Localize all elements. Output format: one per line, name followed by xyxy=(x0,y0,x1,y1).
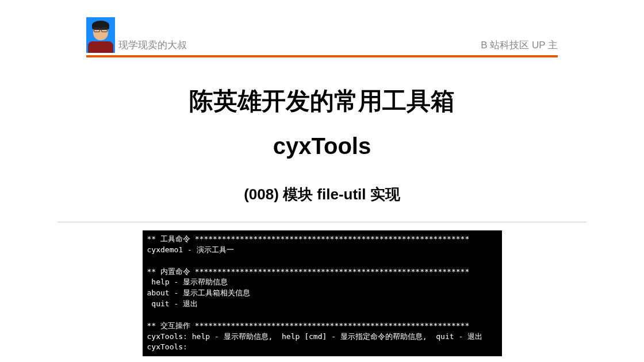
title-english: cyxTools xyxy=(0,133,644,159)
terminal-builtin-about: about - 显示工具箱相关信息 xyxy=(147,288,251,297)
avatar xyxy=(86,17,115,53)
slide-main: 陈英雄开发的常用工具箱 cyxTools (008) 模块 file-util … xyxy=(0,57,644,205)
terminal-prompt: cyxTools: xyxy=(147,342,187,351)
terminal-builtin-quit: quit - 退出 xyxy=(147,299,198,308)
slide-header: 现学现卖的大叔 B 站科技区 UP 主 xyxy=(0,0,644,57)
tagline: B 站科技区 UP 主 xyxy=(481,38,558,53)
author-block: 现学现卖的大叔 xyxy=(86,17,187,53)
subtitle: (008) 模块 file-util 实现 xyxy=(0,184,644,205)
terminal-section-builtin: ** 内置命令 ********************************… xyxy=(147,267,470,276)
terminal-tool-line: cyxdemo1 - 演示工具一 xyxy=(147,245,234,254)
author-name: 现学现卖的大叔 xyxy=(118,38,187,53)
terminal-section-tools: ** 工具命令 ********************************… xyxy=(147,234,470,243)
header-row: 现学现卖的大叔 B 站科技区 UP 主 xyxy=(86,17,558,57)
terminal-interact-line: cyxTools: help - 显示帮助信息, help [cmd] - 显示… xyxy=(147,332,483,341)
title-chinese: 陈英雄开发的常用工具箱 xyxy=(0,85,644,117)
terminal-section-interact: ** 交互操作 ********************************… xyxy=(147,321,470,330)
terminal-screenshot: ** 工具命令 ********************************… xyxy=(143,230,502,356)
terminal-builtin-help: help - 显示帮助信息 xyxy=(147,278,228,286)
divider xyxy=(57,222,586,222)
